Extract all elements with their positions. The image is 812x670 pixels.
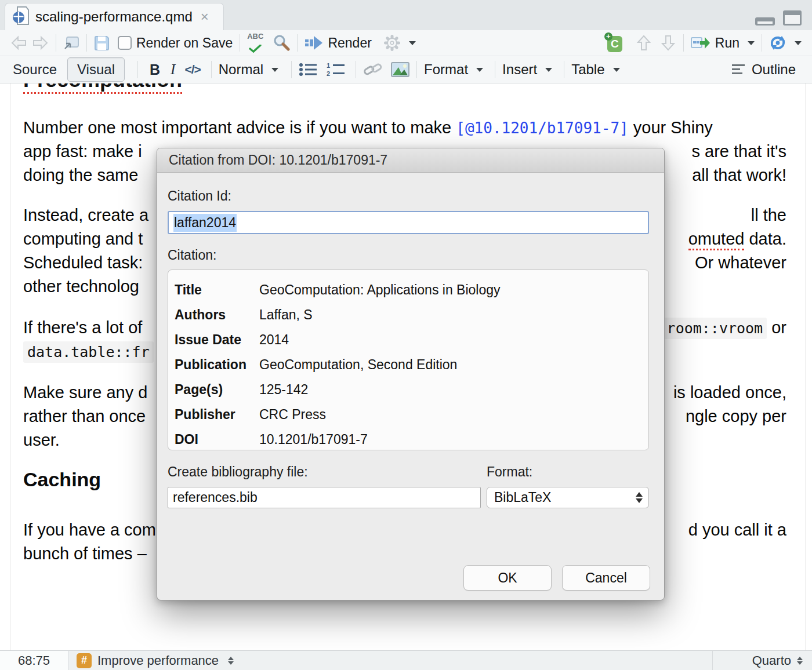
svg-text:2: 2: [327, 70, 330, 77]
chevron-down-icon: [271, 68, 278, 72]
gear-icon: [383, 34, 401, 52]
citation-field-row: AuthorsLaffan, S: [168, 303, 648, 327]
run-icon: [691, 35, 710, 50]
editor-tab-bar: scaling-performance.qmd ×: [0, 0, 812, 30]
updown-stepper-icon: [797, 657, 803, 665]
back-button[interactable]: [10, 35, 28, 51]
paragraph-line: Number one most important advice is if y…: [23, 116, 786, 139]
bold-button[interactable]: B: [145, 61, 165, 78]
outline-icon: [732, 64, 747, 75]
rerun-source-button[interactable]: [769, 35, 802, 51]
select-stepper-icon: [636, 492, 643, 503]
rstudio-window: scaling-performance.qmd ×: [0, 0, 812, 670]
bibliography-file-input[interactable]: references.bib: [168, 487, 481, 508]
bullet-list-button[interactable]: [299, 62, 317, 77]
citation-link[interactable]: [@10.1201/b17091-7]: [456, 119, 628, 137]
quarto-file-icon: [12, 6, 30, 28]
render-on-save-checkbox[interactable]: Render on Save: [118, 35, 233, 51]
forward-arrow-icon: [31, 35, 49, 51]
render-options-button[interactable]: [383, 34, 416, 52]
format-select-value: BibLaTeX: [494, 490, 551, 505]
down-arrow-icon: [660, 34, 676, 52]
format-menu[interactable]: Format: [424, 61, 483, 78]
main-toolbar: Render on Save ABC Render: [0, 30, 812, 56]
render-icon: [304, 35, 323, 50]
link-button[interactable]: [363, 61, 383, 78]
citation-preview-panel: TitleGeoComputation: Applications in Bio…: [168, 270, 649, 450]
image-button[interactable]: [391, 62, 409, 77]
svg-text:1: 1: [327, 62, 330, 69]
render-label: Render: [328, 35, 371, 51]
code-button[interactable]: </>: [181, 63, 204, 77]
outline-navigation-dropdown[interactable]: # Improve performance: [68, 651, 234, 670]
jump-next-button[interactable]: [660, 34, 676, 52]
save-icon: [94, 35, 110, 51]
paragraph-style-dropdown[interactable]: Normal: [219, 61, 278, 78]
spellcheck-button[interactable]: ABC: [247, 32, 263, 53]
insert-chunk-button[interactable]: C +: [606, 34, 623, 52]
citation-field-row: DOI10.1201/b17091-7: [168, 427, 648, 452]
run-button[interactable]: Run: [691, 35, 755, 51]
maximize-pane-icon[interactable]: [783, 10, 802, 26]
heading-precomputation: Precomputation: [23, 83, 182, 94]
jump-previous-button[interactable]: [636, 34, 652, 52]
spellcheck-abc-icon: ABC: [247, 32, 263, 40]
citation-field-row: PublisherCRC Press: [168, 402, 648, 427]
chevron-down-icon: [545, 68, 552, 72]
citation-id-input[interactable]: laffan2014: [168, 211, 649, 234]
numbered-list-icon: 1 2: [327, 62, 345, 77]
document-mode-dropdown[interactable]: Quarto: [712, 651, 812, 670]
citation-label: Citation:: [168, 247, 649, 263]
outline-toggle[interactable]: Outline: [732, 61, 796, 78]
render-on-save-label: Render on Save: [136, 35, 233, 51]
link-icon: [363, 61, 383, 78]
cursor-position: 68:75: [0, 651, 68, 670]
chevron-down-icon: [795, 41, 802, 45]
citation-field-row: Page(s)125-142: [168, 377, 648, 402]
tab-title: scaling-performance.qmd: [35, 9, 193, 25]
editor-right-edge: [805, 83, 806, 650]
find-replace-button[interactable]: [273, 34, 290, 52]
tab-scaling-performance[interactable]: scaling-performance.qmd ×: [5, 3, 224, 30]
selected-text: laffan2014: [173, 214, 237, 232]
citation-id-label: Citation Id:: [168, 173, 649, 204]
dialog-title: Citation from DOI: 10.1201/b17091-7: [157, 148, 664, 173]
chevron-down-icon: [613, 68, 620, 72]
sync-refresh-icon: [769, 35, 786, 51]
citation-field-row: TitleGeoComputation: Applications in Bio…: [168, 278, 648, 303]
updown-stepper-icon: [228, 657, 234, 665]
ok-button[interactable]: OK: [463, 565, 552, 591]
spellcheck-check-icon: [249, 45, 262, 53]
render-button[interactable]: Render: [304, 35, 371, 51]
chevron-down-icon: [409, 41, 416, 45]
insert-chunk-icon: C +: [606, 34, 623, 52]
numbered-list-button[interactable]: 1 2: [327, 62, 345, 77]
run-label: Run: [715, 35, 740, 51]
inline-code: room::vroom: [663, 318, 767, 339]
table-menu[interactable]: Table: [571, 61, 619, 78]
paragraph-style-value: Normal: [219, 61, 263, 78]
checkbox-icon: [118, 36, 132, 50]
tab-visual-mode[interactable]: Visual: [67, 57, 125, 82]
bullet-list-icon: [299, 62, 317, 77]
show-in-new-window-button[interactable]: [63, 35, 79, 50]
forward-button[interactable]: [31, 35, 49, 51]
format-select[interactable]: BibLaTeX: [487, 487, 649, 508]
heading-caching: Caching: [23, 466, 101, 493]
inline-code: data.table::fr: [23, 341, 154, 363]
bibliography-file-label: Create bibliography file:: [168, 464, 481, 480]
insert-menu[interactable]: Insert: [502, 61, 552, 78]
format-toolbar: Source Visual B I </> Normal 1 2: [0, 56, 812, 83]
save-button[interactable]: [94, 35, 110, 51]
citation-field-row: PublicationGeoComputation, Second Editio…: [168, 352, 648, 377]
back-arrow-icon: [10, 35, 28, 51]
cancel-button[interactable]: Cancel: [562, 565, 650, 591]
chevron-down-icon: [748, 41, 755, 45]
tab-source-mode[interactable]: Source: [10, 58, 59, 81]
citation-field-row: Issue Date2014: [168, 327, 648, 352]
minimize-pane-icon[interactable]: [755, 17, 775, 26]
misspelled-word: omuted: [688, 230, 745, 250]
italic-button[interactable]: I: [165, 61, 181, 78]
close-tab-icon[interactable]: ×: [201, 10, 209, 24]
section-hash-icon: #: [77, 653, 92, 668]
